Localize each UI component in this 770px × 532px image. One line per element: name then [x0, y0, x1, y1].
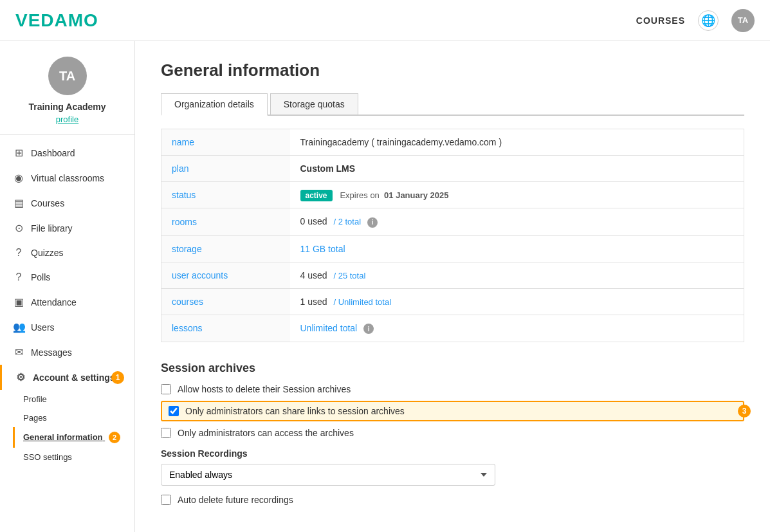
sidebar-item-label: File library	[31, 223, 73, 234]
session-archives-title: Session archives	[161, 362, 744, 375]
sidebar-item-messages[interactable]: ✉ Messages	[0, 340, 134, 365]
settings-icon: ⚙	[15, 371, 26, 383]
sidebar-org-name: Training Academy	[28, 102, 105, 112]
table-row-courses: courses 1 used / Unlimited total	[161, 288, 744, 315]
user-avatar-header[interactable]: TA	[731, 9, 755, 32]
session-recordings-select[interactable]: Enabled always Disabled Enabled on reque…	[161, 464, 495, 486]
row-value-rooms: 0 used / 2 total i	[290, 208, 744, 236]
sidebar: TA Training Academy profile ⊞ Dashboard …	[0, 41, 135, 532]
logo: VEDAMO	[15, 10, 98, 31]
page-title: General information	[161, 60, 744, 80]
row-key-user-accounts: user accounts	[161, 262, 290, 288]
sidebar-item-virtual-classrooms[interactable]: ◉ Virtual classrooms	[0, 165, 134, 190]
row-key-plan: plan	[161, 156, 290, 182]
general-info-badge: 2	[109, 432, 120, 443]
header: VEDAMO COURSES 🌐 TA	[0, 0, 770, 41]
row-value-name: Trainingacademy ( trainingacademy.vedamo…	[290, 129, 744, 156]
sidebar-nav: ⊞ Dashboard ◉ Virtual classrooms ▤ Cours…	[0, 135, 134, 472]
info-table: name Trainingacademy ( trainingacademy.v…	[161, 129, 744, 342]
dashboard-icon: ⊞	[13, 147, 24, 159]
quizzes-icon: ?	[13, 247, 24, 259]
sidebar-sub-item-sso-settings[interactable]: SSO settings	[13, 448, 134, 466]
courses-icon: ▤	[13, 197, 24, 209]
table-row-lessons: lessons Unlimited total i	[161, 315, 744, 342]
row-value-status: active Expires on 01 January 2025	[290, 182, 744, 208]
sidebar-profile-link[interactable]: profile	[56, 115, 78, 124]
row-key-status: status	[161, 182, 290, 208]
messages-icon: ✉	[13, 346, 24, 358]
allow-hosts-delete-checkbox[interactable]	[161, 384, 171, 394]
sidebar-item-quizzes[interactable]: ? Quizzes	[0, 241, 134, 265]
sidebar-item-file-library[interactable]: ⊙ File library	[0, 216, 134, 241]
checkbox-auto-delete: Auto delete future recordings	[161, 495, 744, 505]
lessons-info-icon[interactable]: i	[363, 324, 374, 334]
row-value-storage: 11 GB total	[290, 235, 744, 262]
checkbox-only-admins-access: Only administrators can access the archi…	[161, 428, 744, 438]
tabs-container: Organization details Storage quotas	[161, 93, 744, 116]
only-admins-access-label: Only administrators can access the archi…	[178, 428, 354, 438]
row-key-rooms: rooms	[161, 208, 290, 236]
sidebar-item-users[interactable]: 👥 Users	[0, 315, 134, 340]
row-value-user-accounts: 4 used / 25 total	[290, 262, 744, 288]
tab-organization-details[interactable]: Organization details	[161, 93, 268, 116]
status-expires-text: Expires on 01 January 2025	[340, 190, 448, 200]
sidebar-sub-item-profile[interactable]: Profile	[13, 390, 134, 408]
auto-delete-label: Auto delete future recordings	[178, 495, 293, 505]
table-row-name: name Trainingacademy ( trainingacademy.v…	[161, 129, 744, 156]
account-settings-label: Account & settings	[33, 372, 115, 383]
sidebar-item-attendance[interactable]: ▣ Attendance	[0, 289, 134, 315]
virtual-classrooms-icon: ◉	[13, 172, 24, 184]
sidebar-item-label: Polls	[31, 272, 50, 282]
sidebar-item-label: Dashboard	[31, 148, 75, 158]
main-content: General information Organization details…	[135, 41, 770, 532]
auto-delete-checkbox[interactable]	[161, 495, 171, 505]
account-settings-badge: 1	[111, 371, 124, 384]
row-key-storage: storage	[161, 235, 290, 262]
row-value-courses: 1 used / Unlimited total	[290, 288, 744, 315]
table-row-storage: storage 11 GB total	[161, 235, 744, 262]
table-row-user-accounts: user accounts 4 used / 25 total	[161, 262, 744, 288]
tab-storage-quotas[interactable]: Storage quotas	[270, 93, 358, 115]
row-key-courses: courses	[161, 288, 290, 315]
checkbox-allow-hosts-delete: Allow hosts to delete their Session arch…	[161, 384, 744, 394]
only-admins-share-checkbox[interactable]	[169, 406, 179, 416]
header-right: COURSES 🌐 TA	[636, 9, 755, 32]
rooms-info-icon[interactable]: i	[367, 217, 378, 228]
account-settings-sub-items: Profile Pages General information 2 SSO …	[0, 390, 134, 466]
status-active-badge: active	[300, 190, 333, 201]
sidebar-item-dashboard[interactable]: ⊞ Dashboard	[0, 140, 134, 165]
sidebar-sub-item-general-information[interactable]: General information 2	[13, 427, 134, 448]
table-row-rooms: rooms 0 used / 2 total i	[161, 208, 744, 236]
file-library-icon: ⊙	[13, 222, 24, 234]
language-globe-icon[interactable]: 🌐	[698, 10, 719, 31]
checkbox-only-admins-share: Only administrators can share links to s…	[161, 401, 744, 421]
sidebar-sub-item-pages[interactable]: Pages	[13, 408, 134, 427]
allow-hosts-delete-label: Allow hosts to delete their Session arch…	[178, 384, 351, 394]
table-row-status: status active Expires on 01 January 2025	[161, 182, 744, 208]
sidebar-item-polls[interactable]: ? Polls	[0, 265, 134, 289]
sidebar-profile-area: TA Training Academy profile	[0, 41, 134, 135]
only-admins-access-checkbox[interactable]	[161, 428, 171, 438]
sidebar-avatar: TA	[48, 57, 87, 95]
sidebar-item-label: Users	[31, 322, 55, 333]
row-key-lessons: lessons	[161, 315, 290, 342]
row-key-name: name	[161, 129, 290, 156]
attendance-icon: ▣	[13, 296, 24, 308]
sidebar-item-label: Attendance	[31, 297, 77, 307]
sidebar-item-label: Courses	[31, 198, 64, 208]
courses-nav-link[interactable]: COURSES	[636, 15, 685, 26]
sidebar-item-label: Virtual classrooms	[31, 173, 104, 183]
sidebar-item-account-settings[interactable]: ⚙ Account & settings 1	[0, 365, 134, 390]
sidebar-item-label: Messages	[31, 347, 72, 358]
sidebar-item-courses[interactable]: ▤ Courses	[0, 190, 134, 216]
users-icon: 👥	[13, 321, 24, 333]
row-value-lessons: Unlimited total i	[290, 315, 744, 342]
row-value-plan: Custom LMS	[290, 156, 744, 182]
polls-icon: ?	[13, 271, 24, 283]
table-row-plan: plan Custom LMS	[161, 156, 744, 182]
session-recordings-label: Session Recordings	[161, 448, 744, 459]
main-layout: TA Training Academy profile ⊞ Dashboard …	[0, 41, 770, 532]
only-admins-share-label: Only administrators can share links to s…	[185, 406, 405, 416]
only-admins-share-badge: 3	[738, 405, 751, 417]
sidebar-item-label: Quizzes	[31, 248, 64, 258]
